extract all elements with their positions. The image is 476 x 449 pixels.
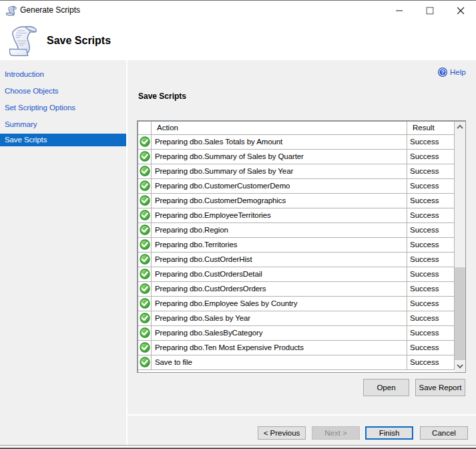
svg-text:?: ?	[441, 69, 444, 76]
